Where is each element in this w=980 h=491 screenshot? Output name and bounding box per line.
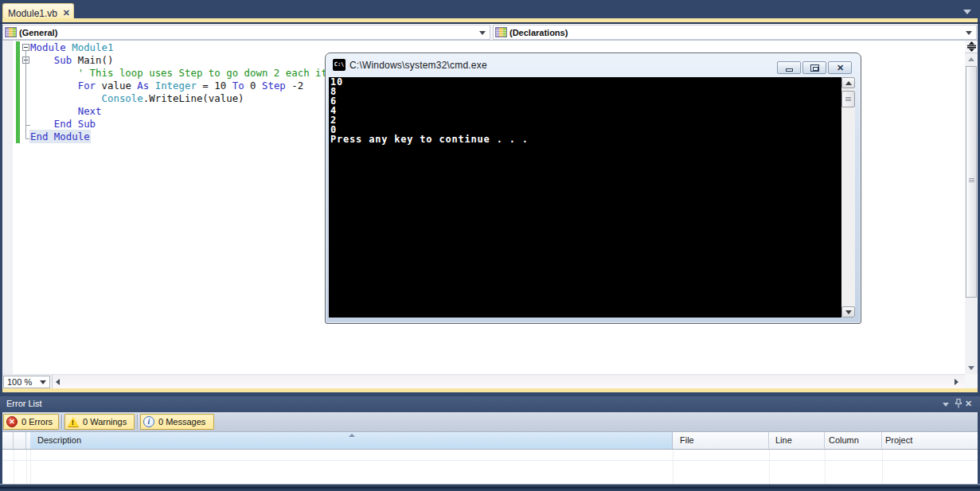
messages-filter-button[interactable]: i 0 Messages (140, 414, 214, 430)
file-column-label: File (680, 435, 694, 445)
console-scroll-down-button[interactable] (841, 306, 855, 318)
error-icon: ✕ (6, 416, 18, 427)
up-arrow-icon (845, 81, 852, 85)
code-text[interactable]: Module Module1 Sub Main() ' This loop us… (30, 41, 369, 143)
warning-icon (68, 417, 79, 427)
scroll-right-arrow-icon[interactable] (955, 379, 959, 385)
separator (52, 375, 53, 389)
up-arrow-icon (968, 57, 974, 61)
description-column-label: Description (37, 435, 81, 445)
down-arrow-icon (968, 366, 974, 370)
code-line: ' This loop uses Step to go down 2 each … (30, 67, 369, 80)
grid-line (825, 450, 826, 484)
thumb-gripper (969, 178, 974, 179)
outline-collapse-box-module[interactable] (22, 44, 29, 51)
cmd-maximize-button[interactable] (802, 61, 826, 74)
header-cell-order[interactable] (14, 432, 26, 449)
toolbar-separator (61, 415, 62, 429)
grid-line (673, 450, 674, 484)
error-list-close-icon[interactable]: ✕ (965, 399, 972, 409)
info-icon: i (143, 416, 154, 427)
member-dropdown-arrow-icon[interactable] (966, 31, 972, 35)
header-cell-file[interactable]: File (673, 432, 769, 449)
zoom-dropdown[interactable]: 100 % (3, 376, 50, 388)
grid-line (882, 450, 883, 484)
splitter-icon (967, 41, 976, 52)
thumb-gripper (845, 97, 851, 98)
document-list-dropdown-icon[interactable] (963, 10, 971, 14)
zoom-dropdown-arrow-icon[interactable] (40, 380, 46, 384)
cmd-window-title: C:\Windows\system32\cmd.exe (349, 60, 487, 71)
error-list-body[interactable] (2, 450, 978, 484)
scroll-left-arrow-icon[interactable] (56, 379, 60, 385)
code-line: For value As Integer = 10 To 0 Step -2 (30, 80, 369, 92)
minimize-icon (786, 68, 793, 72)
vb-module-icon (5, 27, 17, 37)
cmd-minimize-button[interactable] (777, 61, 801, 74)
cmd-caption-buttons: ✕ (777, 61, 852, 74)
line-column-label: Line (775, 435, 792, 445)
scope-dropdown[interactable]: (General) (2, 25, 490, 40)
window-position-menu-icon[interactable] (943, 403, 949, 407)
member-dropdown-label: (Declarations) (510, 28, 568, 37)
editor-bottom-bar: 100 % (2, 374, 965, 388)
outline-guide-line (25, 51, 26, 139)
close-icon: ✕ (836, 64, 845, 72)
navigation-bar: (General) (Declarations) (2, 24, 978, 41)
code-line: Console.WriteLine(value) (30, 92, 369, 105)
member-dropdown[interactable]: (Declarations) (493, 25, 977, 40)
console-scrollbar[interactable] (841, 77, 855, 318)
console-output-text: 10 8 6 4 2 0 Press any key to continue .… (330, 77, 529, 144)
errors-filter-label: 0 Errors (21, 417, 53, 427)
editor-bottom-accent (2, 388, 978, 392)
cmd-close-button[interactable]: ✕ (828, 61, 852, 74)
header-cell-project[interactable]: Project (882, 432, 978, 449)
editor-vertical-scrollbar[interactable] (965, 41, 978, 374)
sort-ascending-icon (349, 434, 355, 437)
down-arrow-icon (845, 310, 852, 314)
maximize-icon (810, 64, 819, 72)
grid-line (769, 450, 770, 484)
editor-scroll-down-button[interactable] (965, 362, 978, 373)
tab-close-icon[interactable]: ✕ (63, 9, 70, 18)
console-scroll-up-button[interactable] (841, 77, 855, 88)
code-line: End Module (30, 131, 369, 143)
code-line: Next (30, 105, 369, 118)
grid-line (14, 450, 14, 484)
console-scrollbar-thumb[interactable] (841, 91, 855, 107)
header-cell-icon[interactable] (2, 432, 14, 449)
grid-line (30, 450, 31, 484)
warnings-filter-button[interactable]: 0 Warnings (64, 414, 135, 430)
cmd-window-icon: C:\ (333, 59, 346, 71)
scrollbar-corner (965, 374, 978, 388)
vb-declarations-icon (495, 27, 507, 37)
tab-label: Module1.vb (8, 8, 58, 19)
indicator-margin[interactable] (2, 41, 13, 374)
scope-dropdown-label: (General) (19, 28, 57, 37)
error-list-title: Error List (6, 399, 42, 408)
toolbar-separator (137, 415, 138, 429)
editor-scroll-up-button[interactable] (965, 53, 978, 64)
scope-dropdown-arrow-icon[interactable] (479, 31, 486, 35)
messages-filter-label: 0 Messages (158, 417, 205, 427)
cmd-window[interactable]: C:\ C:\Windows\system32\cmd.exe ✕ 10 8 6… (325, 53, 861, 324)
code-line: Sub Main() (30, 54, 369, 67)
editor-scrollbar-thumb[interactable] (966, 66, 977, 298)
errors-filter-button[interactable]: ✕ 0 Errors (3, 414, 59, 430)
auto-hide-pin-icon[interactable] (955, 399, 962, 409)
column-column-label: Column (829, 435, 859, 445)
zoom-value: 100 % (7, 377, 40, 387)
code-line: Module Module1 (30, 41, 369, 54)
code-line: End Sub (30, 118, 369, 131)
editor-splitter-button[interactable] (965, 41, 978, 53)
track-changes-bar (16, 41, 20, 143)
header-cell-line[interactable]: Line (769, 432, 825, 449)
project-column-label: Project (885, 435, 912, 445)
vs-ide-window: Module1.vb ✕ (General) (0, 0, 980, 491)
warnings-filter-label: 0 Warnings (83, 417, 127, 427)
error-list-toolbar: ✕ 0 Errors 0 Warnings i 0 Messages (2, 412, 978, 432)
header-cell-column[interactable]: Column (825, 432, 882, 449)
console-output-area[interactable]: 10 8 6 4 2 0 Press any key to continue .… (329, 77, 841, 318)
error-list-titlebar[interactable]: Error List ✕ (0, 396, 980, 412)
grid-line (26, 450, 27, 484)
